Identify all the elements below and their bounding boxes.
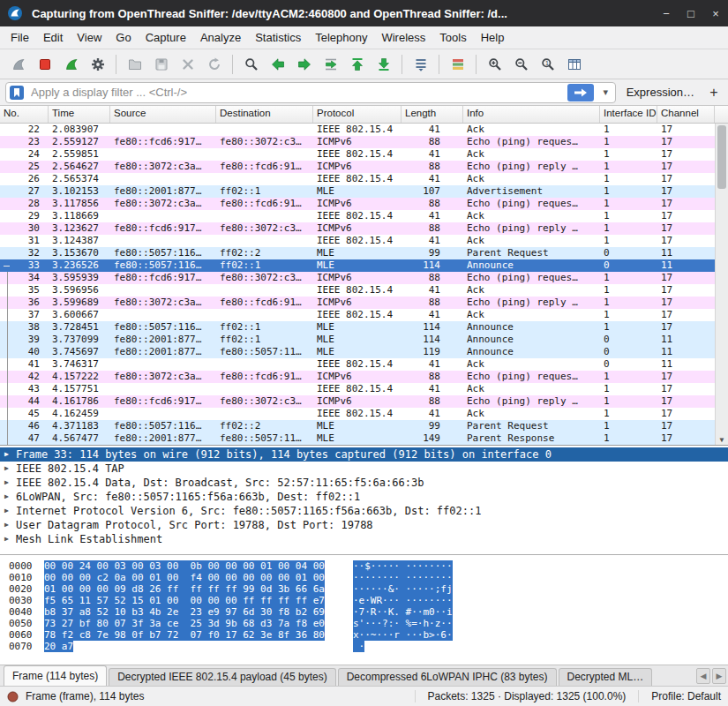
detail-line-4[interactable]: ▶Internet Protocol Version 6, Src: fe80:… — [0, 504, 728, 518]
packet-row-34[interactable]: 343.595939fe80::fcd6:917…fe80::3072:c3…I… — [0, 272, 715, 284]
menu-telephony[interactable]: Telephony — [308, 27, 374, 48]
detail-line-5[interactable]: ▶User Datagram Protocol, Src Port: 19788… — [0, 518, 728, 532]
capture-restart-button[interactable] — [58, 52, 84, 77]
expand-triangle-icon[interactable]: ▶ — [4, 518, 16, 532]
packet-row-33[interactable]: 333.236526fe80::5057:116…ff02::1MLE114An… — [0, 259, 715, 272]
packet-row-46[interactable]: 464.371183fe80::5057:116…ff02::2MLE99Par… — [0, 420, 715, 432]
filter-bookmark-icon[interactable] — [10, 86, 24, 100]
packet-row-44[interactable]: 444.161786fe80::fcd6:917…fe80::3072:c3…I… — [0, 395, 715, 408]
menu-help[interactable]: Help — [474, 27, 512, 48]
apply-filter-button[interactable] — [567, 84, 594, 101]
packet-row-40[interactable]: 403.745697fe80::2001:877…fe80::5057:11…M… — [0, 346, 715, 358]
packet-row-23[interactable]: 232.559127fe80::fcd6:917…fe80::3072:c3…I… — [0, 136, 715, 148]
byte-tab-3[interactable]: Decrypted ML… — [559, 668, 653, 686]
hex-row[interactable]: 002001 00 00 00 09 d8 26 ff ff ff ff 99 … — [0, 583, 728, 595]
go-first-button[interactable] — [344, 52, 370, 77]
zoom-out-button[interactable] — [508, 52, 534, 77]
menu-edit[interactable]: Edit — [36, 27, 70, 48]
expand-triangle-icon[interactable]: ▶ — [4, 504, 16, 518]
scroll-down-icon[interactable]: ▼ — [716, 436, 728, 444]
packet-row-28[interactable]: 283.117856fe80::3072:c3a…fe80::fcd6:91…I… — [0, 198, 715, 210]
expert-info-icon[interactable] — [7, 691, 19, 702]
packet-row-42[interactable]: 424.157222fe80::3072:c3a…fe80::fcd6:91…I… — [0, 371, 715, 383]
column-header-length[interactable]: Length — [402, 106, 463, 123]
tab-scroll-left-icon[interactable]: ◀ — [696, 668, 710, 684]
menu-wireless[interactable]: Wireless — [374, 27, 432, 48]
display-filter-field[interactable]: ▾ — [5, 82, 616, 103]
display-filter-input[interactable] — [29, 85, 562, 100]
packet-row-27[interactable]: 273.102153fe80::2001:877…ff02::1MLE107Ad… — [0, 185, 715, 198]
packet-list-scrollbar[interactable]: ▼ — [715, 124, 728, 445]
packet-row-22[interactable]: 222.083907IEEE 802.15.441Ack117 — [0, 124, 715, 136]
filter-dropdown-caret-icon[interactable]: ▾ — [599, 86, 612, 98]
packet-row-39[interactable]: 393.737099fe80::2001:877…ff02::1MLE114An… — [0, 334, 715, 346]
column-header-protocol[interactable]: Protocol — [313, 106, 402, 123]
find-packet-button[interactable] — [238, 52, 264, 77]
packet-row-26[interactable]: 262.565374IEEE 802.15.441Ack117 — [0, 173, 715, 185]
byte-tab-2[interactable]: Decompressed 6LoWPAN IPHC (83 bytes) — [338, 668, 557, 686]
detail-line-6[interactable]: ▶Mesh Link Establishment — [0, 532, 728, 546]
packet-row-31[interactable]: 313.124387IEEE 802.15.441Ack117 — [0, 235, 715, 247]
packet-row-47[interactable]: 474.567477fe80::2001:877…fe80::5057:11…M… — [0, 432, 715, 445]
hex-row[interactable]: 007020 a7 · — [0, 641, 728, 652]
column-header-source[interactable]: Source — [110, 106, 216, 123]
hex-row[interactable]: 001000 00 00 c2 0a 00 01 00 f4 00 00 00 … — [0, 572, 728, 583]
column-header-interface-id[interactable]: Interface ID — [600, 106, 657, 123]
byte-tab-1[interactable]: Decrypted IEEE 802.15.4 payload (45 byte… — [109, 668, 335, 686]
hex-row[interactable]: 006078 f2 c8 7e 98 0f b7 72 07 f0 17 62 … — [0, 629, 728, 641]
column-header-channel[interactable]: Channel — [657, 106, 715, 123]
column-header-info[interactable]: Info — [463, 106, 600, 123]
packet-row-36[interactable]: 363.599689fe80::3072:c3a…fe80::fcd6:91…I… — [0, 297, 715, 309]
detail-line-2[interactable]: ▶IEEE 802.15.4 Data, Dst: Broadcast, Src… — [0, 476, 728, 490]
go-last-button[interactable] — [371, 52, 396, 77]
column-header-no[interactable]: No. — [0, 106, 49, 123]
packet-row-30[interactable]: 303.123627fe80::fcd6:917…fe80::3072:c3…I… — [0, 222, 715, 235]
expand-triangle-icon[interactable]: ▶ — [4, 476, 16, 490]
colorize-button[interactable] — [445, 52, 470, 77]
zoom-100-button[interactable]: 1 — [535, 52, 560, 77]
expand-triangle-icon[interactable]: ▶ — [4, 490, 16, 504]
menu-analyze[interactable]: Analyze — [193, 27, 248, 48]
go-forward-button[interactable] — [291, 52, 317, 77]
minimize-button[interactable]: − — [654, 0, 679, 26]
expand-triangle-icon[interactable]: ▶ — [4, 447, 16, 462]
expression-button[interactable]: Expression… — [623, 86, 698, 99]
hex-row[interactable]: 0040b8 37 a8 52 10 b3 4b 2e 23 e9 97 6d … — [0, 606, 728, 618]
packet-row-25[interactable]: 252.564627fe80::3072:c3a…fe80::fcd6:91…I… — [0, 161, 715, 173]
maximize-button[interactable]: □ — [679, 0, 703, 26]
packet-row-32[interactable]: 323.153670fe80::5057:116…ff02::2MLE99Par… — [0, 247, 715, 259]
add-filter-button[interactable]: + — [705, 85, 723, 101]
byte-tab-0[interactable]: Frame (114 bytes) — [4, 665, 107, 686]
status-profile[interactable]: Profile: Default — [638, 690, 721, 702]
menu-tools[interactable]: Tools — [432, 27, 473, 48]
packet-row-24[interactable]: 242.559851IEEE 802.15.441Ack117 — [0, 148, 715, 161]
zoom-in-button[interactable] — [482, 52, 507, 77]
detail-line-3[interactable]: ▶6LoWPAN, Src: fe80::5057:1165:f56a:663b… — [0, 490, 728, 504]
expand-triangle-icon[interactable]: ▶ — [4, 532, 16, 546]
packet-row-35[interactable]: 353.596956IEEE 802.15.441Ack117 — [0, 284, 715, 297]
capture-stop-button[interactable] — [32, 52, 57, 77]
hex-row[interactable]: 0030f5 65 11 57 52 15 01 00 00 00 00 ff … — [0, 595, 728, 606]
packet-row-45[interactable]: 454.162459IEEE 802.15.441Ack117 — [0, 408, 715, 420]
go-to-packet-button[interactable] — [318, 52, 343, 77]
detail-line-1[interactable]: ▶IEEE 802.15.4 TAP — [0, 462, 728, 476]
resize-columns-button[interactable] — [561, 52, 587, 77]
packet-row-37[interactable]: 373.600667IEEE 802.15.441Ack117 — [0, 309, 715, 321]
packet-row-38[interactable]: 383.728451fe80::5057:116…ff02::1MLE114An… — [0, 321, 715, 334]
menu-go[interactable]: Go — [109, 27, 138, 48]
menu-view[interactable]: View — [70, 27, 109, 48]
packet-row-41[interactable]: 413.746317IEEE 802.15.441Ack011 — [0, 358, 715, 371]
column-header-destination[interactable]: Destination — [216, 106, 313, 123]
capture-options-button[interactable] — [85, 52, 110, 77]
go-back-button[interactable] — [265, 52, 290, 77]
auto-scroll-button[interactable] — [408, 52, 433, 77]
menu-file[interactable]: File — [4, 27, 36, 48]
hex-row[interactable]: 000000 00 24 00 03 00 03 00 0b 00 00 00 … — [0, 560, 728, 572]
hex-row[interactable]: 005073 27 bf 80 07 3f 3a ce 25 3d 9b 68 … — [0, 618, 728, 629]
menu-statistics[interactable]: Statistics — [248, 27, 308, 48]
packet-row-43[interactable]: 434.157751IEEE 802.15.441Ack117 — [0, 383, 715, 395]
scrollbar-thumb[interactable] — [717, 125, 726, 189]
expand-triangle-icon[interactable]: ▶ — [4, 462, 16, 476]
menu-capture[interactable]: Capture — [139, 27, 193, 48]
column-header-time[interactable]: Time — [49, 106, 110, 123]
